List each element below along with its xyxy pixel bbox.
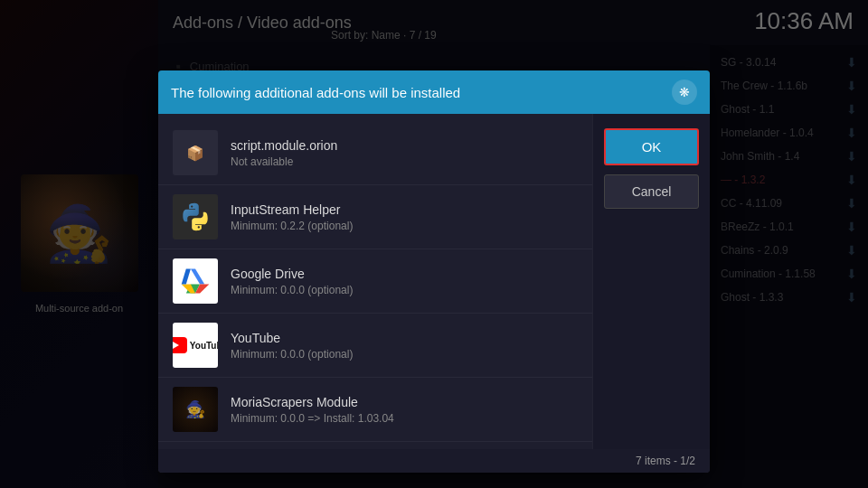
- dialog-addon-row[interactable]: 🧙 MoriaScrapers Module Minimum: 0.0.0 =>…: [158, 378, 592, 442]
- addon-sub: Minimum: 0.0.0 (optional): [231, 348, 578, 361]
- svg-marker-0: [191, 268, 204, 284]
- dialog-title: The following additional add-ons will be…: [171, 85, 460, 100]
- addon-info: Google Drive Minimum: 0.0.0 (optional): [231, 267, 578, 296]
- addon-name: InputStream Helper: [231, 202, 578, 217]
- dialog-buttons-panel: OK Cancel: [592, 114, 710, 449]
- addon-icon: 📦: [173, 130, 218, 175]
- addon-icon: 🧙: [173, 387, 218, 432]
- addon-info: MoriaScrapers Module Minimum: 0.0.0 => I…: [231, 395, 578, 425]
- dialog-body: 📦 script.module.orion Not available: [158, 114, 710, 449]
- cancel-button[interactable]: Cancel: [604, 174, 699, 209]
- kodi-icon: ❋: [672, 80, 697, 105]
- ok-button[interactable]: OK: [604, 128, 699, 165]
- addon-icon: YouTube: [173, 323, 218, 368]
- addon-info: YouTube Minimum: 0.0.0 (optional): [231, 331, 578, 361]
- addon-install-dialog: The following additional add-ons will be…: [158, 70, 710, 473]
- addon-icon: [173, 258, 218, 304]
- addon-info: InputStream Helper Minimum: 0.2.2 (optio…: [231, 202, 578, 232]
- addon-icon: [173, 194, 218, 239]
- dialog-addon-row[interactable]: 📦 script.module.orion Not available: [158, 121, 592, 185]
- dialog-addon-row[interactable]: YouTube YouTube Minimum: 0.0.0 (optional…: [158, 314, 592, 378]
- svg-marker-4: [182, 268, 191, 284]
- addon-sub: Minimum: 0.0.0 => Install: 1.03.04: [231, 412, 578, 425]
- addon-name: MoriaScrapers Module: [231, 395, 578, 409]
- dialog-footer: 7 items - 1/2: [158, 449, 710, 473]
- dialog-addon-list[interactable]: 📦 script.module.orion Not available: [158, 114, 592, 449]
- addon-name: YouTube: [231, 331, 578, 345]
- addon-name: Google Drive: [231, 267, 578, 281]
- addon-sub: Minimum: 0.0.0 (optional): [231, 284, 578, 296]
- addon-sub: Not available: [231, 155, 578, 168]
- addon-name: script.module.orion: [231, 138, 578, 153]
- dialog-header: The following additional add-ons will be…: [158, 70, 710, 114]
- dialog-addon-row[interactable]: Google Drive Minimum: 0.0.0 (optional): [158, 249, 592, 314]
- addon-sub: Minimum: 0.2.2 (optional): [231, 220, 578, 232]
- addon-info: script.module.orion Not available: [231, 138, 578, 168]
- dialog-addon-row[interactable]: InputStream Helper Minimum: 0.2.2 (optio…: [158, 185, 592, 249]
